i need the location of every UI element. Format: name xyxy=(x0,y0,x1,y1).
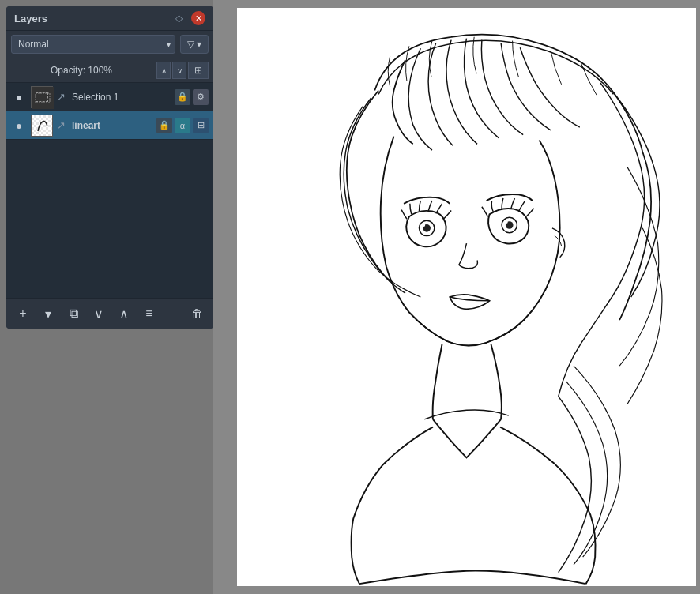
layer-actions: 🔒 ⚙ xyxy=(175,89,209,105)
canvas-area xyxy=(213,0,700,594)
layer-lock-button[interactable]: 🔒 xyxy=(175,89,190,105)
opacity-copy-button[interactable]: ⊞ xyxy=(188,62,209,79)
layer-actions: 🔒 α ⊞ xyxy=(156,118,209,133)
filter-icon: ▽ xyxy=(187,39,194,50)
layer-link-icon: ↗ xyxy=(57,119,68,131)
panel-title: Layers xyxy=(14,13,47,24)
filter-dropdown-icon: ▾ xyxy=(197,39,201,50)
layer-blend-button[interactable]: ⊞ xyxy=(193,118,209,133)
drawing-canvas xyxy=(237,8,696,586)
move-layer-up-button[interactable]: ∧ xyxy=(114,303,134,324)
delete-layer-button[interactable]: 🗑 xyxy=(186,303,207,324)
layer-name: Selection 1 xyxy=(72,92,171,103)
panel-header-icons: ◇ ✕ xyxy=(175,11,205,25)
layer-thumbnail xyxy=(31,115,53,137)
filter-button[interactable]: ▽ ▾ xyxy=(180,35,209,54)
layer-lock-button[interactable]: 🔒 xyxy=(156,118,172,133)
layer-properties-button[interactable]: ≡ xyxy=(139,303,160,324)
layer-visibility-toggle[interactable]: ● xyxy=(11,89,27,105)
add-layer-dropdown-button[interactable]: ▾ xyxy=(38,303,58,324)
add-layer-button[interactable]: + xyxy=(13,303,33,324)
opacity-increase-button[interactable]: ∨ xyxy=(172,62,186,79)
layer-settings-button[interactable]: ⚙ xyxy=(193,89,209,105)
opacity-row: Opacity: 100% ∧ ∨ ⊞ xyxy=(6,58,213,83)
blend-mode-wrapper: Normal Multiply Screen Overlay Darken Li… xyxy=(11,35,175,54)
opacity-label: Opacity: 100% xyxy=(11,65,152,76)
layer-thumbnail xyxy=(31,86,53,108)
panel-header: Layers ◇ ✕ xyxy=(6,6,213,31)
svg-rect-2 xyxy=(32,115,53,137)
svg-rect-0 xyxy=(32,87,54,109)
layers-list: ● ↗ Selection 1 🔒 ⚙ ● xyxy=(6,83,213,298)
svg-point-5 xyxy=(422,224,425,227)
layer-link-icon: ↗ xyxy=(57,91,68,103)
layers-empty-area xyxy=(6,140,213,298)
blend-mode-select[interactable]: Normal Multiply Screen Overlay Darken Li… xyxy=(11,35,175,54)
canvas-white xyxy=(237,8,696,586)
move-layer-down-button[interactable]: ∨ xyxy=(88,303,109,324)
layer-item[interactable]: ● ↗ Selection 1 🔒 ⚙ xyxy=(6,83,213,111)
layer-visibility-toggle[interactable]: ● xyxy=(11,118,27,133)
layers-toolbar: + ▾ ⧉ ∨ ∧ ≡ 🗑 xyxy=(6,298,213,329)
layer-item[interactable]: ● ↗ lineart 🔒 α ⊞ xyxy=(6,111,213,140)
opacity-decrease-button[interactable]: ∧ xyxy=(156,62,171,79)
layers-panel: Layers ◇ ✕ Normal Multiply Screen Overla… xyxy=(6,6,213,329)
opacity-controls: ∧ ∨ ⊞ xyxy=(156,62,209,79)
layer-name: lineart xyxy=(72,120,152,131)
svg-rect-1 xyxy=(36,93,50,103)
duplicate-layer-button[interactable]: ⧉ xyxy=(63,303,84,324)
close-button[interactable]: ✕ xyxy=(191,11,205,25)
svg-point-8 xyxy=(505,220,508,224)
diamond-icon: ◇ xyxy=(175,13,186,24)
blend-mode-row: Normal Multiply Screen Overlay Darken Li… xyxy=(6,31,213,58)
layer-alpha-lock-button[interactable]: α xyxy=(175,118,190,133)
